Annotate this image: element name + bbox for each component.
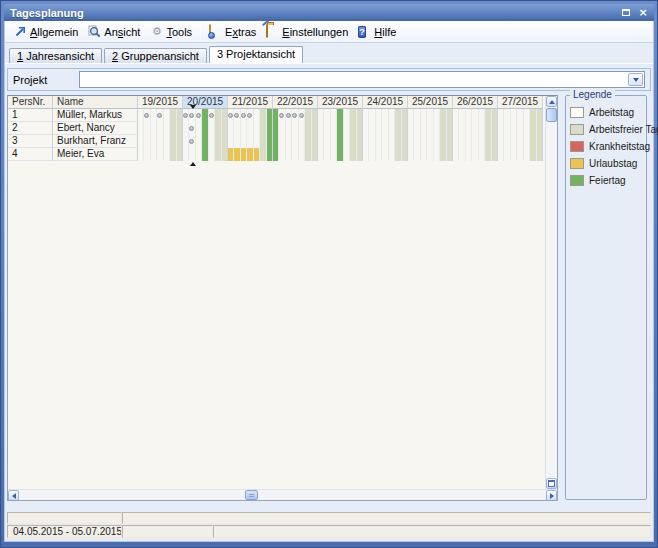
settings-folder-icon xyxy=(266,25,279,38)
day-cell[interactable] xyxy=(222,109,227,122)
day-cell[interactable] xyxy=(537,109,542,122)
title-bar[interactable]: Tagesplanung × xyxy=(4,4,654,21)
day-cell[interactable] xyxy=(357,109,362,122)
entry-dot xyxy=(228,113,233,118)
arrow-left-icon xyxy=(12,493,16,499)
week-19/2015 xyxy=(138,135,183,148)
menu-item-extras[interactable]: Extras xyxy=(204,24,261,39)
day-cell[interactable] xyxy=(357,148,362,161)
scroll-right-button[interactable] xyxy=(546,490,557,501)
project-combobox[interactable] xyxy=(79,71,645,88)
week-27/2015 xyxy=(498,122,543,135)
week-19/2015 xyxy=(138,148,183,161)
day-cell[interactable] xyxy=(537,135,542,148)
week-header-23/2015[interactable]: 23/2015 xyxy=(318,96,363,109)
week-25/2015 xyxy=(408,122,453,135)
week-21/2015 xyxy=(228,148,273,161)
week-27/2015 xyxy=(498,109,543,122)
week-header-27/2015[interactable]: 27/2015 xyxy=(498,96,543,109)
person-name: Ebert, Nancy xyxy=(53,122,138,135)
day-cell[interactable] xyxy=(402,148,407,161)
vertical-scrollbar[interactable] xyxy=(545,96,557,489)
week-header-24/2015[interactable]: 24/2015 xyxy=(363,96,408,109)
day-cell[interactable] xyxy=(267,135,272,148)
day-cell[interactable] xyxy=(447,148,452,161)
day-cell[interactable] xyxy=(492,109,497,122)
tab-projektansicht[interactable]: 3 Projektansicht xyxy=(209,46,303,63)
today-marker-bottom xyxy=(190,162,196,166)
day-cell[interactable] xyxy=(267,109,272,122)
week-26/2015 xyxy=(453,135,498,148)
menu-item-tools[interactable]: ⚙ Tools xyxy=(145,24,197,39)
week-24/2015 xyxy=(363,148,408,161)
day-cell[interactable] xyxy=(312,109,317,122)
week-19/2015 xyxy=(138,109,183,122)
day-cell[interactable] xyxy=(312,122,317,135)
week-header-22/2015[interactable]: 22/2015 xyxy=(273,96,318,109)
grid-rows: PersNr.Name19/201520/201521/201522/20152… xyxy=(8,96,557,161)
menu-item-einstellungen[interactable]: Einstellungen xyxy=(261,24,353,39)
menu-item-ansicht[interactable]: Ansicht xyxy=(83,24,145,39)
week-header-25/2015[interactable]: 25/2015 xyxy=(408,96,453,109)
restore-button[interactable] xyxy=(619,7,633,19)
day-cell[interactable] xyxy=(492,122,497,135)
project-strip: Projekt xyxy=(7,68,651,91)
day-cell[interactable] xyxy=(402,109,407,122)
vertical-scroll-thumb[interactable] xyxy=(546,108,557,122)
day-cell[interactable] xyxy=(402,122,407,135)
horizontal-scroll-thumb[interactable] xyxy=(245,490,258,500)
week-26/2015 xyxy=(453,109,498,122)
day-cell[interactable] xyxy=(357,135,362,148)
tab-jahresansicht[interactable]: 1 Jahresansicht xyxy=(9,48,102,63)
menu-item-allgemein[interactable]: Allgemein xyxy=(9,24,83,39)
day-cell[interactable] xyxy=(177,148,182,161)
legend-label: Arbeitsfreier Tag xyxy=(589,124,658,135)
day-cell[interactable] xyxy=(222,122,227,135)
project-dropdown-button[interactable] xyxy=(628,73,643,86)
column-header-name: Name xyxy=(53,96,138,109)
legend-items: Arbeitstag Arbeitsfreier Tag Krankheitst… xyxy=(566,96,646,186)
day-cell[interactable] xyxy=(492,135,497,148)
scroll-corner-button[interactable] xyxy=(546,478,557,489)
day-cell[interactable] xyxy=(267,122,272,135)
week-header-21/2015[interactable]: 21/2015 xyxy=(228,96,273,109)
week-22/2015 xyxy=(273,122,318,135)
week-header-19/2015[interactable]: 19/2015 xyxy=(138,96,183,109)
legend-panel: Legende Arbeitstag Arbeitsfreier Tag xyxy=(565,95,647,500)
grid-header-row: PersNr.Name19/201520/201521/201522/20152… xyxy=(8,96,557,109)
day-cell[interactable] xyxy=(447,109,452,122)
day-cell[interactable] xyxy=(447,122,452,135)
day-cell[interactable] xyxy=(537,148,542,161)
horizontal-scrollbar[interactable] xyxy=(8,489,557,500)
entry-dot xyxy=(234,113,239,118)
day-cell[interactable] xyxy=(222,135,227,148)
day-cell[interactable] xyxy=(177,109,182,122)
entry-dot xyxy=(209,113,214,118)
planning-grid: PersNr.Name19/201520/201521/201522/20152… xyxy=(7,95,558,501)
scroll-up-button[interactable] xyxy=(546,96,557,107)
week-header-26/2015[interactable]: 26/2015 xyxy=(453,96,498,109)
day-cell[interactable] xyxy=(177,135,182,148)
day-cell[interactable] xyxy=(402,135,407,148)
project-input[interactable] xyxy=(80,72,627,87)
day-cell[interactable] xyxy=(312,135,317,148)
day-cell[interactable] xyxy=(492,148,497,161)
day-cell[interactable] xyxy=(222,148,227,161)
day-cell[interactable] xyxy=(537,122,542,135)
tab-gruppenansicht[interactable]: 2 Gruppenansicht xyxy=(104,48,207,63)
week-23/2015 xyxy=(318,122,363,135)
entry-dot xyxy=(189,113,194,118)
day-cell[interactable] xyxy=(447,135,452,148)
menu-label: Allgemein xyxy=(30,26,78,38)
scroll-left-button[interactable] xyxy=(8,490,19,501)
app-window: Tagesplanung × Allgemein Ansicht xyxy=(0,0,658,548)
close-button[interactable]: × xyxy=(636,7,650,19)
window-title: Tagesplanung xyxy=(10,7,84,19)
legend-item-krankheitstag: Krankheitstag xyxy=(570,141,643,152)
day-cell[interactable] xyxy=(267,148,272,161)
day-cell[interactable] xyxy=(357,122,362,135)
day-cell[interactable] xyxy=(177,122,182,135)
day-cell[interactable] xyxy=(312,148,317,161)
close-icon: × xyxy=(638,8,647,18)
menu-item-hilfe[interactable]: ? Hilfe xyxy=(353,24,401,39)
